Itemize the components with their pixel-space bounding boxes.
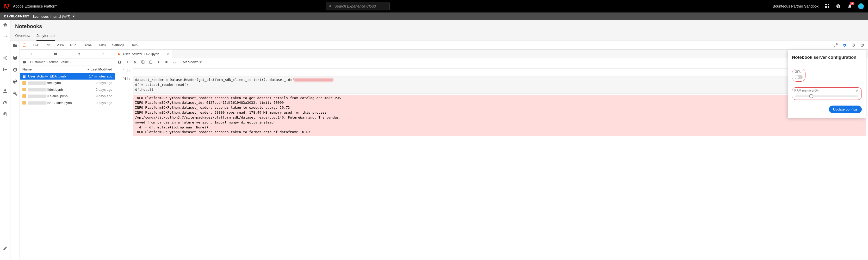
menu-view[interactable]: View: [54, 42, 66, 49]
apps-switcher[interactable]: [824, 3, 830, 9]
home-icon[interactable]: [3, 22, 7, 27]
svg-rect-4: [119, 53, 120, 53]
file-thumb-icon: [22, 81, 26, 85]
notebook-file-icon: [118, 52, 121, 55]
notifications-button[interactable]: 9+: [847, 3, 853, 9]
output-prompt: [117, 95, 133, 136]
folder-crumb-icon: [22, 60, 26, 64]
file-thumb-icon: [22, 88, 26, 91]
code-body[interactable]: dataset_reader = DatasetReader(get_platf…: [133, 76, 866, 94]
notebook-tab-label: User_Activity_EDA.ipynb: [123, 52, 159, 56]
restart-icon[interactable]: [173, 60, 176, 64]
menu-kernel[interactable]: Kernel: [80, 42, 95, 49]
update-configs-button[interactable]: Update configs: [829, 106, 862, 113]
col-modified-header[interactable]: Last Modified: [79, 67, 112, 71]
connector-icon[interactable]: [3, 34, 7, 38]
file-row[interactable]: User_Activity_EDA.ipynb17 minutes ago: [20, 73, 115, 80]
svg-rect-5: [119, 54, 120, 54]
help-button[interactable]: [835, 3, 841, 9]
upload-icon[interactable]: [78, 52, 81, 56]
sandbox-selector[interactable]: Bounteous Internal (VA7): [33, 14, 75, 18]
crumb-seg: /: [28, 60, 29, 64]
gauge-icon[interactable]: [3, 100, 7, 105]
file-modified: 9 days ago: [79, 94, 112, 98]
expand-icon[interactable]: [834, 43, 838, 47]
cell-prompt: [ ]:: [117, 68, 133, 73]
cell-type-selector[interactable]: Markdown: [183, 60, 202, 64]
file-row[interactable]: iilder.ipynb2 days ago: [20, 86, 115, 93]
file-thumb-icon: [22, 95, 26, 98]
target-icon[interactable]: [13, 67, 18, 72]
adobe-logo-icon: [4, 4, 9, 9]
menu-file[interactable]: File: [30, 42, 41, 49]
close-tab-icon[interactable]: [166, 53, 169, 55]
file-row[interactable]: rter.ipynb2 days ago: [20, 80, 115, 86]
stop-icon[interactable]: [165, 60, 168, 64]
file-modified: 17 minutes ago: [79, 74, 112, 78]
org-name[interactable]: Bounteous Partner Sandbox: [773, 4, 818, 8]
search-icon: [329, 4, 332, 8]
jupyter-tools-rail: [10, 41, 20, 260]
help-icon: [836, 4, 841, 9]
file-row[interactable]: ipe Builder.ipynb9 days ago: [20, 100, 115, 106]
menu-run[interactable]: Run: [67, 42, 79, 49]
left-nav-rail: [0, 20, 10, 260]
database-icon[interactable]: [13, 55, 18, 60]
menu-edit[interactable]: Edit: [42, 42, 53, 49]
copy-icon[interactable]: [141, 60, 145, 64]
run-icon[interactable]: [157, 60, 160, 64]
global-search[interactable]: [326, 2, 390, 10]
page-tabs: Overview JupyterLab: [15, 32, 863, 41]
file-modified: 9 days ago: [79, 101, 112, 105]
edit-icon[interactable]: [3, 246, 7, 251]
user-icon[interactable]: [3, 89, 7, 94]
power-icon[interactable]: [860, 43, 864, 47]
logout-icon[interactable]: [3, 67, 7, 72]
menu-help[interactable]: Help: [128, 42, 140, 49]
notebook-output-cell: INFO:PlatformSDKPython:dataset_reader: s…: [115, 94, 868, 137]
save-icon[interactable]: [118, 60, 121, 64]
new-folder-icon[interactable]: [54, 52, 57, 56]
env-label: DEVELOPMENT: [4, 15, 29, 18]
col-name-header[interactable]: Name: [22, 67, 79, 71]
refresh-list-icon[interactable]: [101, 52, 105, 56]
folder-icon[interactable]: [13, 43, 18, 48]
cell-prompt: [4]:: [117, 76, 133, 94]
palette-icon[interactable]: [13, 79, 18, 84]
file-thumb-icon: [22, 101, 26, 105]
file-name: User_Activity_EDA.ipynb: [28, 74, 79, 78]
ram-slider[interactable]: [794, 94, 859, 97]
gpu-toggle[interactable]: [795, 75, 803, 79]
paste-icon[interactable]: [149, 60, 153, 64]
user-avatar[interactable]: [858, 3, 864, 9]
login-icon[interactable]: [3, 55, 7, 60]
new-file-icon[interactable]: [30, 52, 34, 56]
cut-icon[interactable]: [133, 60, 137, 64]
add-cell-icon[interactable]: [126, 60, 129, 64]
menu-settings[interactable]: Settings: [110, 42, 127, 49]
crumb-seg[interactable]: Customer_Lifetime_Value: [30, 60, 69, 64]
file-name: iilder.ipynb: [28, 88, 79, 92]
app-title: Adobe Experience Platform: [13, 4, 57, 8]
tab-jupyterlab[interactable]: JupyterLab: [36, 32, 55, 41]
notification-badge: 9+: [850, 2, 855, 5]
output-body: INFO:PlatformSDKPython:dataset_reader: s…: [133, 95, 866, 136]
breadcrumb[interactable]: / Customer_Lifetime_Value /: [20, 59, 115, 66]
refresh-icon[interactable]: [851, 43, 856, 47]
search-input[interactable]: [335, 4, 387, 8]
tab-overview[interactable]: Overview: [15, 32, 30, 41]
notebook-code-cell[interactable]: [4]: dataset_reader = DatasetReader(get_…: [115, 76, 868, 94]
file-row[interactable]: iil Sales.ipynb9 days ago: [20, 93, 115, 100]
jupyter-menu-bar: File Edit View Run Kernel Tabs Settings …: [20, 41, 868, 50]
notebook-tab[interactable]: User_Activity_EDA.ipynb: [115, 50, 172, 58]
menu-tabs[interactable]: Tabs: [96, 42, 108, 49]
ram-label: RAM memory(Gi): [794, 89, 818, 92]
notebook-cell-empty[interactable]: [ ]:: [115, 68, 868, 74]
file-name: rter.ipynb: [28, 81, 79, 85]
wrench-icon[interactable]: [13, 91, 18, 96]
fingerprint-icon[interactable]: [3, 112, 7, 116]
chevron-down-icon: [72, 15, 75, 18]
gpu-highlight-ring: GPU: [792, 69, 805, 82]
gear-icon[interactable]: [842, 43, 847, 47]
file-browser: / Customer_Lifetime_Value / Name Last Mo…: [20, 50, 115, 260]
